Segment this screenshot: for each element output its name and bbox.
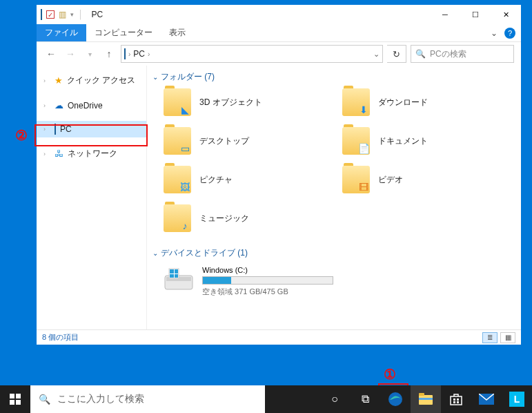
svg-rect-8 — [16, 394, 21, 398]
folder-item[interactable]: ▭ デスクトップ — [164, 127, 342, 155]
folder-label: ビデオ — [378, 174, 403, 186]
drive-icon — [164, 266, 194, 294]
ribbon-expand-button[interactable]: ⌄ — [484, 24, 504, 41]
minimize-button[interactable]: ─ — [430, 5, 460, 24]
annotation-label-1: ① — [384, 366, 396, 383]
nav-label: ネットワーク — [68, 148, 117, 160]
svg-rect-10 — [16, 400, 21, 405]
nav-pc[interactable]: › PC — [37, 121, 146, 137]
content-pane: ⌄ フォルダー (7) ◣ 3D オブジェクト ⬇ ダウンロード ▭ デスクトッ… — [147, 66, 521, 329]
qat-dropdown-icon[interactable]: ▾ — [70, 11, 74, 18]
nav-label: クイック アクセス — [67, 75, 135, 86]
folder-item[interactable]: ◣ 3D オブジェクト — [164, 88, 342, 116]
maximize-button[interactable]: ☐ — [460, 5, 491, 24]
folder-icon: 🎞 — [342, 166, 370, 193]
star-icon: ★ — [55, 75, 63, 86]
cloud-icon: ☁ — [55, 100, 63, 111]
pc-icon — [55, 124, 56, 134]
pc-icon — [41, 10, 42, 19]
svg-rect-7 — [10, 394, 14, 398]
svg-rect-6 — [175, 274, 178, 278]
nav-label: OneDrive — [68, 101, 103, 111]
group-folders-header[interactable]: ⌄ フォルダー (7) — [151, 68, 521, 87]
folder-label: ドキュメント — [378, 135, 428, 147]
drive-free-text: 空き領域 371 GB/475 GB — [202, 287, 333, 297]
task-view-button[interactable]: ⧉ — [350, 385, 380, 413]
svg-rect-19 — [457, 401, 459, 403]
svg-rect-5 — [170, 274, 174, 278]
taskbar-search[interactable]: 🔍 ここに入力して検索 — [30, 385, 265, 413]
cortana-button[interactable]: ○ — [319, 385, 350, 413]
folder-item[interactable]: ⬇ ダウンロード — [342, 88, 521, 116]
nav-quick-access[interactable]: ›★ クイック アクセス — [37, 71, 146, 90]
search-icon: 🔍 — [415, 49, 426, 59]
chevron-down-icon: ⌄ — [152, 249, 158, 257]
folder-item[interactable]: ♪ ミュージック — [164, 204, 342, 232]
nav-onedrive[interactable]: ›☁ OneDrive — [37, 97, 146, 114]
ribbon-bar: ファイル コンピューター 表示 ⌄ ? — [37, 24, 521, 42]
address-bar[interactable]: › PC › ⌄ — [121, 45, 383, 63]
svg-rect-3 — [170, 269, 174, 273]
close-button[interactable]: ✕ — [491, 5, 521, 24]
drive-c[interactable]: Windows (C:) 空き領域 371 GB/475 GB — [151, 263, 521, 297]
folder-label: ミュージック — [199, 213, 249, 224]
group-folders-label: フォルダー (7) — [161, 71, 215, 83]
folder-item[interactable]: 🎞 ビデオ — [342, 166, 521, 193]
drive-usage-bar — [202, 276, 333, 285]
folder-icon: 📄 — [342, 127, 370, 155]
address-dropdown-icon[interactable]: ⌄ — [373, 50, 380, 59]
nav-up-button[interactable]: ↑ — [101, 46, 117, 61]
mail-icon[interactable] — [471, 385, 502, 413]
svg-rect-16 — [453, 398, 455, 401]
svg-rect-13 — [419, 393, 424, 396]
taskbar: 🔍 ここに入力して検索 ○ ⧉ L — [0, 385, 532, 413]
nav-forward-button[interactable]: → — [63, 46, 78, 61]
search-icon: 🔍 — [39, 394, 50, 405]
search-placeholder: PCの検索 — [430, 48, 466, 60]
store-icon[interactable] — [441, 385, 471, 413]
status-text: 8 個の項目 — [42, 332, 79, 343]
taskbar-search-placeholder: ここに入力して検索 — [57, 393, 144, 405]
explorer-icon[interactable] — [411, 385, 441, 413]
folder-item[interactable]: 🖼 ピクチャ — [164, 166, 342, 193]
breadcrumb-pc[interactable]: PC — [133, 49, 145, 59]
group-drives-header[interactable]: ⌄ デバイスとドライブ (1) — [151, 244, 521, 263]
explorer-window: ✓ ▥ ▾ │ PC ─ ☐ ✕ ファイル コンピューター 表示 ⌄ ? ← →… — [36, 4, 522, 345]
nav-pane: ›★ クイック アクセス ›☁ OneDrive › PC ›🖧 ネットワーク — [37, 66, 147, 329]
folder-icon: ◣ — [164, 88, 191, 116]
folder-label: デスクトップ — [199, 135, 249, 147]
nav-back-button[interactable]: ← — [43, 46, 59, 61]
window-title: PC — [88, 10, 431, 19]
tab-view[interactable]: 表示 — [161, 24, 194, 41]
svg-rect-4 — [175, 269, 178, 273]
nav-recent-button[interactable]: ▾ — [82, 46, 97, 61]
svg-rect-14 — [419, 398, 433, 400]
address-pc-icon — [124, 49, 126, 59]
folder-item[interactable]: 📄 ドキュメント — [342, 127, 521, 155]
group-drives-label: デバイスとドライブ (1) — [161, 247, 248, 259]
start-button[interactable] — [0, 385, 30, 413]
svg-rect-15 — [451, 396, 462, 405]
chevron-down-icon: ⌄ — [152, 73, 158, 81]
qat-folder-icon[interactable]: ▥ — [59, 10, 66, 19]
refresh-button[interactable]: ↻ — [387, 45, 406, 63]
folder-icon: ♪ — [164, 204, 191, 232]
app-l-icon[interactable]: L — [502, 385, 532, 413]
search-box[interactable]: 🔍 PCの検索 — [411, 45, 514, 63]
nav-label: PC — [60, 124, 72, 134]
nav-network[interactable]: ›🖧 ネットワーク — [37, 144, 146, 163]
folder-icon: ⬇ — [342, 88, 370, 116]
folder-label: ダウンロード — [378, 97, 428, 108]
help-icon[interactable]: ? — [504, 28, 515, 39]
status-bar: 8 個の項目 ≣ ▦ — [37, 329, 521, 345]
svg-rect-18 — [453, 401, 455, 403]
qat-checkbox-icon[interactable]: ✓ — [46, 10, 55, 19]
annotation-label-2: ② — [15, 127, 28, 144]
tab-computer[interactable]: コンピューター — [86, 24, 161, 41]
view-icons-button[interactable]: ▦ — [500, 332, 515, 343]
folder-label: ピクチャ — [199, 174, 233, 186]
view-details-button[interactable]: ≣ — [482, 332, 497, 343]
edge-icon[interactable] — [380, 385, 411, 413]
tab-file[interactable]: ファイル — [37, 24, 86, 41]
svg-rect-17 — [457, 398, 459, 401]
